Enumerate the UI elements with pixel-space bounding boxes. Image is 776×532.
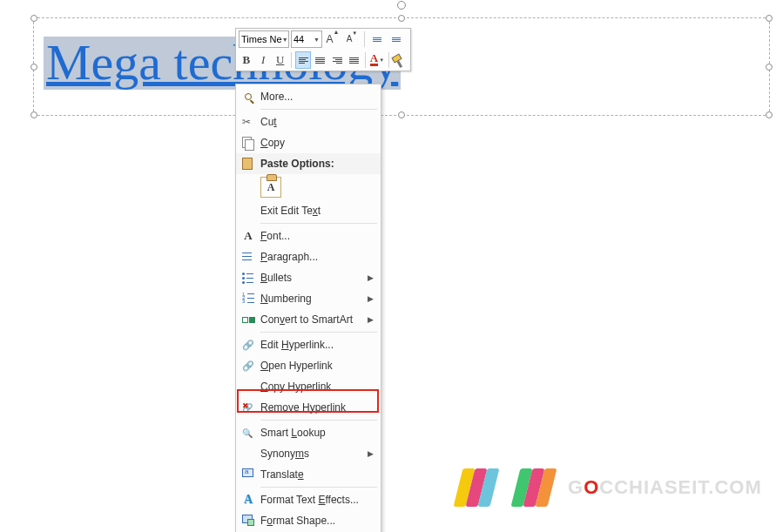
shrink-font-button[interactable]: A▼ (343, 30, 361, 48)
cut-icon (242, 116, 254, 128)
submenu-arrow-icon: ▶ (368, 449, 374, 458)
menu-label: Convert to SmartArt (260, 313, 368, 326)
increase-indent-button[interactable] (388, 30, 405, 48)
paragraph-icon (242, 251, 254, 263)
font-name-combo[interactable]: Times Ne ▼ (239, 30, 289, 48)
menu-label: More... (260, 91, 374, 103)
align-justify-button[interactable] (347, 51, 361, 69)
hyperlink-icon (242, 360, 254, 372)
dropdown-icon: ▼ (282, 37, 288, 43)
menu-synonyms[interactable]: Synonyms ▶ (236, 443, 381, 464)
menu-edit-hyperlink[interactable]: Edit Hyperlink... (236, 334, 381, 355)
context-menu: More... Cut Copy Paste Options: A Exit E… (235, 84, 381, 532)
menu-cut[interactable]: Cut (236, 111, 381, 132)
align-center-button[interactable] (313, 51, 327, 69)
hyperlink-icon (242, 339, 254, 351)
submenu-arrow-icon: ▶ (368, 294, 374, 303)
search-icon (245, 93, 252, 100)
watermark-text: GOCCHIASEIT.COM (568, 476, 762, 499)
font-color-button[interactable]: A▼ (369, 51, 384, 69)
grow-font-button[interactable]: A▲ (324, 30, 341, 48)
menu-label: Paste Options: (260, 158, 374, 170)
menu-bullets[interactable]: Bullets ▶ (236, 267, 381, 288)
menu-font[interactable]: A Font... (236, 226, 381, 246)
menu-exit-edit-text[interactable]: Exit Edit Text (236, 200, 381, 221)
bullets-icon (242, 272, 254, 284)
menu-label: Edit Hyperlink... (260, 339, 374, 351)
resize-handle-br[interactable] (766, 111, 773, 118)
menu-label: Cut (260, 116, 374, 128)
copy-icon (242, 137, 254, 149)
translate-icon (242, 468, 254, 481)
paste-icon (242, 158, 254, 170)
resize-handle-ml[interactable] (30, 64, 37, 71)
menu-open-hyperlink[interactable]: Open Hyperlink (236, 355, 381, 376)
menu-numbering[interactable]: 123 Numbering ▶ (236, 288, 381, 309)
menu-label: Translate (260, 468, 374, 481)
watermark-logo-icon (453, 463, 500, 512)
remove-hyperlink-icon (242, 401, 254, 414)
font-size-value: 44 (294, 34, 304, 44)
menu-format-shape[interactable]: Format Shape... (236, 510, 381, 531)
mini-format-toolbar: Times Ne ▼ 44 ▼ A▲ A▼ B I U A▼ (235, 28, 411, 71)
watermark-logo-icon (510, 463, 557, 512)
smart-lookup-icon (242, 427, 254, 439)
format-shape-icon (242, 515, 254, 527)
menu-convert-smartart[interactable]: Convert to SmartArt ▶ (236, 309, 381, 330)
resize-handle-mr[interactable] (766, 64, 773, 71)
resize-handle-bm[interactable] (398, 111, 405, 118)
menu-paste-options-header: Paste Options: (236, 153, 381, 174)
resize-handle-tm[interactable] (398, 15, 405, 22)
menu-paragraph[interactable]: Paragraph... (236, 246, 381, 267)
menu-label: Synonyms (260, 448, 368, 460)
menu-label: Format Text Effects... (260, 494, 374, 506)
paste-keep-text-only-button[interactable]: A (260, 177, 281, 198)
menu-label: Numbering (260, 293, 368, 305)
submenu-arrow-icon: ▶ (368, 315, 374, 324)
resize-handle-tl[interactable] (30, 15, 37, 22)
text-effects-icon: A (244, 493, 253, 507)
font-name-value: Times Ne (241, 34, 282, 44)
font-icon: A (244, 229, 252, 243)
menu-more[interactable]: More... (236, 86, 381, 107)
align-left-button[interactable] (295, 51, 311, 69)
decrease-indent-button[interactable] (368, 30, 386, 48)
align-right-button[interactable] (329, 51, 344, 69)
menu-copy[interactable]: Copy (236, 132, 381, 153)
menu-label: Remove Hyperlink (260, 401, 374, 414)
format-painter-button[interactable] (393, 51, 408, 69)
resize-handle-bl[interactable] (30, 111, 37, 118)
menu-label: Format Shape... (260, 515, 374, 527)
menu-label: Exit Edit Text (260, 205, 374, 217)
menu-label: Smart Lookup (260, 427, 374, 439)
watermark: GOCCHIASEIT.COM (453, 463, 762, 512)
submenu-arrow-icon: ▶ (368, 273, 374, 282)
numbering-icon: 123 (242, 293, 254, 305)
menu-label: Paragraph... (260, 251, 374, 263)
menu-label: Bullets (260, 272, 368, 284)
menu-label: Font... (260, 230, 374, 242)
font-size-combo[interactable]: 44 ▼ (291, 30, 322, 48)
menu-smart-lookup[interactable]: Smart Lookup (236, 422, 381, 443)
rotate-handle[interactable] (397, 1, 406, 10)
smartart-icon (242, 313, 254, 326)
menu-remove-hyperlink[interactable]: Remove Hyperlink (236, 397, 381, 418)
menu-format-text-effects[interactable]: A Format Text Effects... (236, 489, 381, 510)
bold-button[interactable]: B (239, 51, 253, 69)
menu-paste-options-row: A (236, 174, 381, 200)
underline-button[interactable]: U (273, 51, 287, 69)
resize-handle-tr[interactable] (766, 15, 773, 22)
menu-label: Copy (260, 137, 374, 149)
format-painter-icon (392, 51, 408, 68)
menu-label: Copy Hyperlink (260, 380, 374, 393)
menu-copy-hyperlink[interactable]: Copy Hyperlink (236, 376, 381, 397)
menu-label: Open Hyperlink (260, 360, 374, 372)
italic-button[interactable]: I (255, 51, 270, 69)
dropdown-icon: ▼ (314, 37, 320, 43)
menu-translate[interactable]: Translate (236, 464, 381, 485)
